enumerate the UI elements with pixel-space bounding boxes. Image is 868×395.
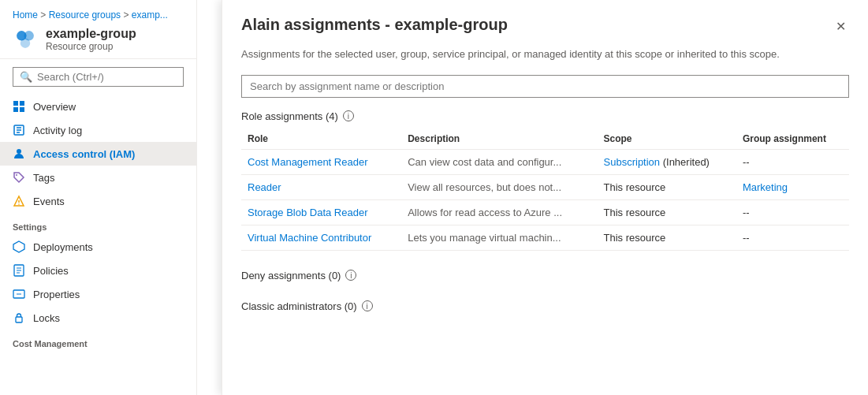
sidebar-item-locks-label: Locks xyxy=(33,312,60,324)
breadcrumb-sep2: > xyxy=(123,9,131,20)
table-row: Virtual Machine Contributor Lets you man… xyxy=(241,225,849,250)
overlay-header: Alain assignments - example-group ✕ xyxy=(241,16,849,37)
sidebar-item-locks[interactable]: Locks xyxy=(0,306,196,330)
scope-link[interactable]: Subscription xyxy=(604,156,661,168)
svg-point-15 xyxy=(18,203,20,205)
settings-section-label: Settings xyxy=(0,213,196,235)
breadcrumb-rg[interactable]: Resource groups xyxy=(49,9,121,20)
classic-title: Classic administrators (0) i xyxy=(241,300,849,312)
close-button[interactable]: ✕ xyxy=(833,16,849,37)
policies-icon xyxy=(13,264,25,277)
group-assignment: -- xyxy=(736,199,849,225)
breadcrumb-sep1: > xyxy=(40,9,48,20)
cost-section-label: Cost Management xyxy=(0,330,196,352)
sidebar-item-activity-log[interactable]: Activity log xyxy=(0,118,196,142)
resource-group-icon xyxy=(13,27,38,52)
sidebar-item-access-control[interactable]: Access control (IAM) xyxy=(0,142,196,166)
panel-title: Alain assignments - example-group xyxy=(241,16,508,34)
sidebar-item-overview[interactable]: Overview xyxy=(0,95,196,118)
svg-rect-22 xyxy=(16,317,22,322)
sidebar-item-deployments-label: Deployments xyxy=(33,241,93,253)
scope-suffix: (Inherited) xyxy=(660,156,710,168)
role-description: View all resources, but does not... xyxy=(401,174,597,199)
svg-point-11 xyxy=(17,149,21,154)
deny-info-icon[interactable]: i xyxy=(345,270,356,281)
role-scope: This resource xyxy=(598,199,736,225)
assignment-search-input[interactable] xyxy=(250,80,840,92)
role-scope: Subscription (Inherited) xyxy=(598,149,736,174)
classic-info-icon[interactable]: i xyxy=(362,300,373,311)
table-row: Cost Management Reader Can view cost dat… xyxy=(241,149,849,174)
svg-rect-3 xyxy=(13,101,18,106)
deny-label: Deny assignments (0) xyxy=(241,270,341,281)
col-description: Description xyxy=(401,129,597,150)
deployments-icon xyxy=(13,240,25,253)
svg-rect-4 xyxy=(20,101,24,106)
svg-point-12 xyxy=(16,174,17,176)
role-link[interactable]: Storage Blob Data Reader xyxy=(241,199,401,225)
role-assignments-table: Role Description Scope Group assignment … xyxy=(241,129,849,251)
sidebar: Home > Resource groups > examp... exampl… xyxy=(0,0,197,395)
role-description: Lets you manage virtual machin... xyxy=(401,225,597,250)
role-link[interactable]: Cost Management Reader xyxy=(241,149,401,174)
role-description: Can view cost data and configur... xyxy=(401,149,597,174)
col-role: Role xyxy=(241,129,401,150)
overview-icon xyxy=(13,100,25,113)
main-panel: Alain assignments - example-group ✕ Assi… xyxy=(197,0,868,395)
search-input[interactable] xyxy=(37,71,177,83)
scope-text: This resource xyxy=(604,181,666,193)
table-row: Storage Blob Data Reader Allows for read… xyxy=(241,199,849,225)
svg-point-2 xyxy=(20,38,30,47)
sidebar-item-events[interactable]: Events xyxy=(0,189,196,213)
resource-title: example-group Resource group xyxy=(13,27,184,52)
sidebar-header: Home > Resource groups > examp... exampl… xyxy=(0,0,196,59)
sidebar-item-overview-label: Overview xyxy=(33,101,76,113)
col-scope: Scope xyxy=(598,129,736,150)
sidebar-item-properties[interactable]: Properties xyxy=(0,282,196,306)
sidebar-item-deployments[interactable]: Deployments xyxy=(0,235,196,259)
assignments-panel: Alain assignments - example-group ✕ Assi… xyxy=(222,0,868,395)
search-icon: 🔍 xyxy=(20,71,32,83)
panel-subtitle: Assignments for the selected user, group… xyxy=(241,47,849,62)
activity-icon xyxy=(13,124,25,136)
group-link[interactable]: Marketing xyxy=(743,181,788,193)
sidebar-item-tags[interactable]: Tags xyxy=(0,166,196,189)
assignment-search-box[interactable] xyxy=(241,75,849,98)
sidebar-item-iam-label: Access control (IAM) xyxy=(33,148,135,160)
resource-type: Resource group xyxy=(46,41,136,52)
table-row: Reader View all resources, but does not.… xyxy=(241,174,849,199)
role-assignments-section-title: Role assignments (4) i xyxy=(241,110,849,122)
col-group: Group assignment xyxy=(736,129,849,150)
tags-icon xyxy=(13,171,25,184)
events-icon xyxy=(13,195,25,207)
role-link[interactable]: Reader xyxy=(241,174,401,199)
role-assignments-info-icon[interactable]: i xyxy=(343,110,354,121)
deny-assignments-section: Deny assignments (0) i xyxy=(241,270,849,288)
role-scope: This resource xyxy=(598,174,736,199)
svg-rect-6 xyxy=(20,107,24,112)
breadcrumb-current[interactable]: examp... xyxy=(132,9,168,20)
classic-label: Classic administrators (0) xyxy=(241,300,357,312)
breadcrumb: Home > Resource groups > examp... xyxy=(13,9,184,20)
role-link[interactable]: Virtual Machine Contributor xyxy=(241,225,401,250)
sidebar-item-properties-label: Properties xyxy=(33,289,80,300)
group-assignment: Marketing xyxy=(736,174,849,199)
table-header-row: Role Description Scope Group assignment xyxy=(241,129,849,150)
resource-name: example-group xyxy=(46,27,136,41)
breadcrumb-home[interactable]: Home xyxy=(13,9,38,20)
locks-icon xyxy=(13,311,25,324)
role-assignments-label: Role assignments (4) xyxy=(241,110,338,122)
sidebar-item-events-label: Events xyxy=(33,196,65,207)
classic-administrators-section: Classic administrators (0) i xyxy=(241,300,849,319)
sidebar-item-activity-log-label: Activity log xyxy=(33,125,82,136)
properties-icon xyxy=(13,288,25,300)
group-assignment: -- xyxy=(736,225,849,250)
role-description: Allows for read access to Azure ... xyxy=(401,199,597,225)
sidebar-item-policies[interactable]: Policies xyxy=(0,259,196,282)
search-box[interactable]: 🔍 xyxy=(13,67,184,87)
role-scope: This resource xyxy=(598,225,736,250)
scope-text: This resource xyxy=(604,207,666,218)
deny-title: Deny assignments (0) i xyxy=(241,270,849,281)
sidebar-item-policies-label: Policies xyxy=(33,265,69,277)
sidebar-item-tags-label: Tags xyxy=(33,172,54,184)
